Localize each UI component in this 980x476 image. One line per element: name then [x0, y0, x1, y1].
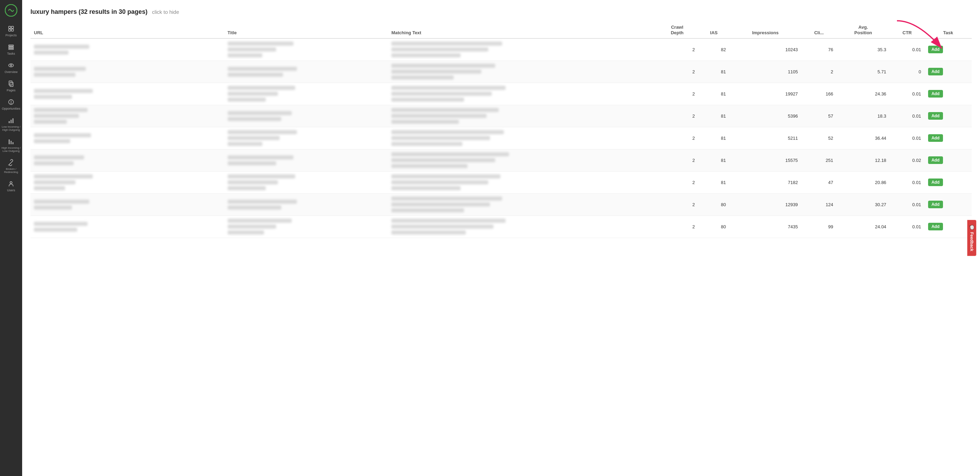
- svg-point-8: [9, 64, 13, 67]
- impressions-cell: 10243: [729, 38, 802, 60]
- avg-position-cell: 12.18: [837, 149, 890, 171]
- svg-rect-18: [9, 140, 10, 144]
- title-cell: [224, 194, 388, 216]
- sidebar-item-low-incoming-label: Low Incoming / High Outgoing: [2, 125, 21, 132]
- impressions-cell: 1105: [729, 60, 802, 83]
- task-cell[interactable]: Add: [924, 216, 972, 238]
- matching-cell: [388, 60, 656, 83]
- task-cell[interactable]: Add: [924, 105, 972, 127]
- add-button[interactable]: Add: [928, 179, 943, 186]
- matching-cell: [388, 38, 656, 60]
- svg-rect-16: [11, 120, 12, 123]
- app-logo[interactable]: [5, 4, 17, 17]
- hide-link[interactable]: click to hide: [152, 9, 179, 15]
- ias-cell: 81: [698, 60, 729, 83]
- svg-rect-6: [9, 47, 13, 48]
- link-broken-icon: [7, 159, 15, 167]
- ias-cell: 81: [698, 149, 729, 171]
- sidebar-item-broken-label: Broken / Redirecting: [2, 167, 21, 174]
- matching-cell: [388, 127, 656, 149]
- ias-cell: 80: [698, 194, 729, 216]
- add-button[interactable]: Add: [928, 68, 943, 75]
- col-crawl-depth: CrawlDepth: [656, 22, 698, 38]
- avg-position-cell: 20.86: [837, 171, 890, 194]
- impressions-cell: 5211: [729, 127, 802, 149]
- sidebar-item-tasks[interactable]: Tasks: [0, 40, 22, 58]
- avg-position-cell: 18.3: [837, 105, 890, 127]
- col-avg-position: Avg.Position: [837, 22, 890, 38]
- clicks-cell: 57: [802, 105, 837, 127]
- feedback-tab[interactable]: 💬 Feedback: [967, 220, 976, 256]
- crawl-depth-cell: 2: [656, 127, 698, 149]
- title-cell: [224, 60, 388, 83]
- ctr-cell: 0.01: [890, 171, 924, 194]
- url-cell: [30, 105, 224, 127]
- avg-position-cell: 30.27: [837, 194, 890, 216]
- grid-icon: [7, 25, 15, 33]
- sidebar-item-overview[interactable]: Overview: [0, 59, 22, 76]
- clicks-cell: 47: [802, 171, 837, 194]
- task-cell[interactable]: Add: [924, 149, 972, 171]
- ias-cell: 82: [698, 38, 729, 60]
- sidebar-item-pages-label: Pages: [6, 89, 16, 92]
- add-button[interactable]: Add: [928, 90, 943, 98]
- crawl-depth-cell: 2: [656, 38, 698, 60]
- impressions-cell: 15575: [729, 149, 802, 171]
- task-cell[interactable]: Add: [924, 194, 972, 216]
- impressions-cell: 5396: [729, 105, 802, 127]
- list-icon: [7, 43, 15, 51]
- add-button[interactable]: Add: [928, 201, 943, 208]
- sidebar-item-opportunities-label: Opportunities: [2, 107, 21, 110]
- add-button[interactable]: Add: [928, 112, 943, 120]
- clicks-cell: 124: [802, 194, 837, 216]
- svg-rect-19: [11, 141, 12, 144]
- sidebar-item-users[interactable]: Users: [0, 177, 22, 195]
- svg-line-21: [10, 162, 12, 163]
- avg-position-cell: 5.71: [837, 60, 890, 83]
- crawl-depth-cell: 2: [656, 171, 698, 194]
- sidebar-item-low-incoming[interactable]: Low Incoming / High Outgoing: [0, 114, 22, 134]
- task-cell[interactable]: Add: [924, 171, 972, 194]
- add-button[interactable]: Add: [928, 134, 943, 142]
- table-row: 2 82 10243 76 35.3 0.01 Add: [30, 38, 972, 60]
- sidebar-item-projects[interactable]: Projects: [0, 22, 22, 40]
- clicks-cell: 52: [802, 127, 837, 149]
- impressions-cell: 19927: [729, 83, 802, 105]
- url-cell: [30, 83, 224, 105]
- task-cell[interactable]: Add: [924, 38, 972, 60]
- avg-position-cell: 24.36: [837, 83, 890, 105]
- table-row: 2 81 1105 2 5.71 0 Add: [30, 60, 972, 83]
- crawl-depth-cell: 2: [656, 83, 698, 105]
- clicks-cell: 99: [802, 216, 837, 238]
- add-button[interactable]: Add: [928, 223, 943, 230]
- add-button[interactable]: Add: [928, 46, 943, 53]
- feedback-icon: 💬: [969, 225, 974, 230]
- sidebar-item-pages[interactable]: Pages: [0, 77, 22, 95]
- crawl-depth-cell: 2: [656, 149, 698, 171]
- col-title: Title: [224, 22, 388, 38]
- ctr-cell: 0.01: [890, 194, 924, 216]
- sidebar-item-high-incoming[interactable]: High Incoming / Low Outgoing: [0, 135, 22, 155]
- impressions-cell: 7182: [729, 171, 802, 194]
- sidebar-item-opportunities[interactable]: Opportunities: [0, 95, 22, 113]
- matching-cell: [388, 171, 656, 194]
- table-row: 2 80 12939 124 30.27 0.01 Add: [30, 194, 972, 216]
- task-cell[interactable]: Add: [924, 83, 972, 105]
- matching-cell: [388, 216, 656, 238]
- opportunities-icon: [7, 98, 15, 106]
- url-cell: [30, 171, 224, 194]
- svg-rect-10: [9, 81, 12, 85]
- url-cell: [30, 194, 224, 216]
- url-cell: [30, 127, 224, 149]
- task-cell[interactable]: Add: [924, 60, 972, 83]
- ctr-cell: 0.01: [890, 216, 924, 238]
- task-cell[interactable]: Add: [924, 127, 972, 149]
- add-button[interactable]: Add: [928, 156, 943, 164]
- svg-point-14: [11, 103, 11, 103]
- svg-rect-5: [9, 45, 13, 46]
- sidebar-item-broken[interactable]: Broken / Redirecting: [0, 156, 22, 176]
- svg-rect-17: [13, 118, 13, 123]
- ctr-cell: 0.02: [890, 149, 924, 171]
- svg-rect-7: [9, 48, 13, 49]
- sidebar-item-projects-label: Projects: [6, 33, 17, 37]
